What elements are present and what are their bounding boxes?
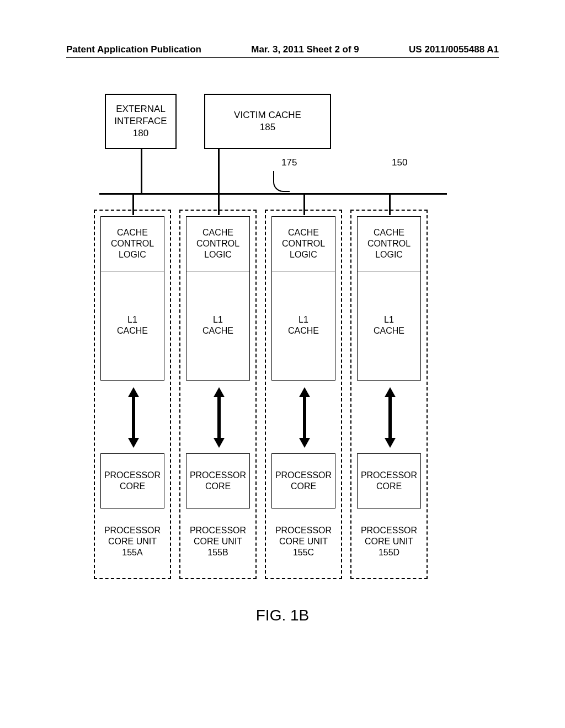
external-interface-label: EXTERNAL INTERFACE 180: [114, 103, 167, 140]
l1-cache-1: L1 CACHE: [186, 270, 250, 381]
core-unit-label-3: PROCESSOR CORE UNIT 155D: [351, 525, 427, 558]
cache-control-1: CACHE CONTROL LOGIC: [186, 216, 250, 271]
double-arrow-3: [385, 387, 396, 448]
bus-label-175: 175: [281, 157, 297, 168]
diagram: EXTERNAL INTERFACE 180 VICTIM CACHE 185 …: [88, 94, 441, 590]
core-unit-0: CACHE CONTROL LOGIC L1 CACHE PROCESSOR C…: [94, 210, 171, 579]
processor-core-2: PROCESSOR CORE: [271, 453, 335, 508]
core-unit-1: CACHE CONTROL LOGIC L1 CACHE PROCESSOR C…: [179, 210, 257, 579]
header-rule: [66, 57, 499, 58]
double-arrow-2: [299, 387, 310, 448]
l1-cache-0: L1 CACHE: [100, 270, 164, 381]
victim-cache-box: VICTIM CACHE 185: [204, 94, 331, 149]
svg-marker-0: [128, 387, 139, 448]
cache-control-0: CACHE CONTROL LOGIC: [100, 216, 164, 271]
bus-line: [99, 193, 447, 195]
l1-cache-2: L1 CACHE: [271, 270, 335, 381]
cache-control-3: CACHE CONTROL LOGIC: [357, 216, 421, 271]
core-unit-label-0: PROCESSOR CORE UNIT 155A: [95, 525, 170, 558]
lead-line-175: [273, 171, 290, 192]
svg-marker-3: [385, 387, 396, 448]
processor-core-1: PROCESSOR CORE: [186, 453, 250, 508]
cache-control-2: CACHE CONTROL LOGIC: [271, 216, 335, 271]
processor-core-3: PROCESSOR CORE: [357, 453, 421, 508]
double-arrow-1: [214, 387, 225, 448]
svg-marker-2: [299, 387, 310, 448]
svg-marker-1: [214, 387, 225, 448]
victim-cache-label: VICTIM CACHE 185: [234, 109, 301, 133]
core-unit-3: CACHE CONTROL LOGIC L1 CACHE PROCESSOR C…: [350, 210, 428, 579]
header-right: US 2011/0055488 A1: [409, 44, 499, 55]
l1-cache-3: L1 CACHE: [357, 270, 421, 381]
core-unit-label-1: PROCESSOR CORE UNIT 155B: [180, 525, 255, 558]
core-unit-2: CACHE CONTROL LOGIC L1 CACHE PROCESSOR C…: [265, 210, 342, 579]
header-center: Mar. 3, 2011 Sheet 2 of 9: [251, 44, 359, 55]
core-unit-label-2: PROCESSOR CORE UNIT 155C: [266, 525, 341, 558]
figure-label: FIG. 1B: [0, 607, 565, 624]
page-header: Patent Application Publication Mar. 3, 2…: [0, 44, 565, 55]
header-left: Patent Application Publication: [66, 44, 201, 55]
bus-label-150: 150: [392, 157, 407, 168]
bus-drop-ext-if: [141, 149, 142, 193]
double-arrow-0: [128, 387, 139, 448]
bus-drop-victim: [218, 149, 220, 193]
external-interface-box: EXTERNAL INTERFACE 180: [105, 94, 177, 149]
processor-core-0: PROCESSOR CORE: [100, 453, 164, 508]
